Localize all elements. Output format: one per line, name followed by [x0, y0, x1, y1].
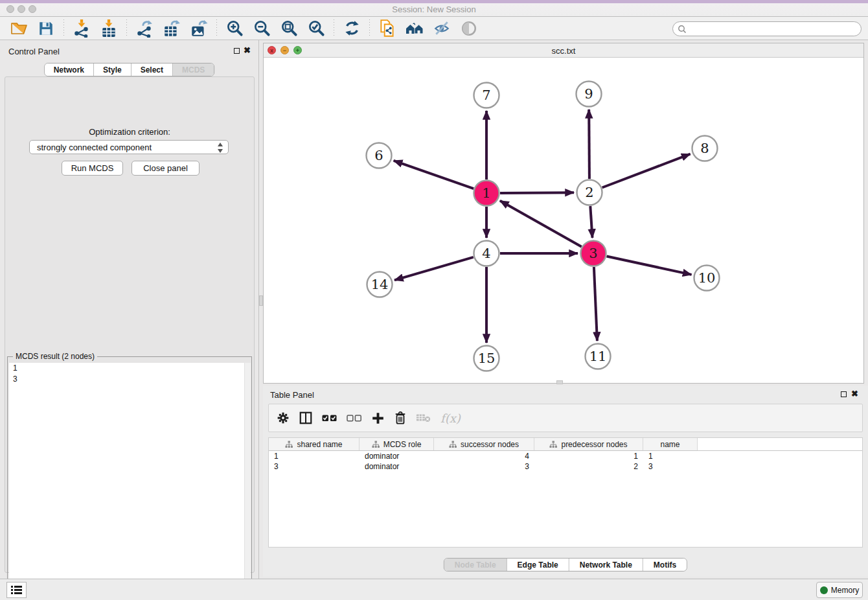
delete-column-icon[interactable] — [394, 411, 407, 425]
hide-selected-icon[interactable] — [432, 19, 451, 38]
refresh-layout-icon[interactable] — [342, 19, 361, 38]
app-titlebar: Session: New Session — [0, 0, 868, 17]
tab-network-table[interactable]: Network Table — [569, 559, 643, 571]
node-9[interactable]: 9 — [577, 82, 602, 107]
criterion-select[interactable]: strongly connected component — [29, 140, 229, 154]
export-table-icon[interactable] — [162, 19, 181, 38]
edge-1-2[interactable] — [500, 192, 574, 193]
table-tabs: Node TableEdge TableNetwork TableMotifs — [444, 558, 687, 571]
network-canvas[interactable]: 7968124314101511 — [264, 58, 863, 383]
node-6[interactable]: 6 — [367, 143, 392, 168]
node-4[interactable]: 4 — [474, 241, 499, 266]
tab-mcds[interactable]: MCDS — [173, 63, 214, 76]
tab-style[interactable]: Style — [94, 63, 131, 76]
node-15[interactable]: 15 — [474, 346, 499, 371]
svg-text:7: 7 — [482, 87, 490, 103]
mcds-pane: Optimization criterion: strongly connect… — [5, 76, 255, 573]
close-table-panel-icon[interactable]: ✖ — [851, 389, 858, 398]
tab-edge-table[interactable]: Edge Table — [507, 559, 569, 571]
node-10[interactable]: 10 — [694, 266, 720, 291]
table-cell[interactable]: dominator — [360, 461, 434, 472]
column-header-MCDS-role[interactable]: MCDS role — [360, 438, 434, 450]
column-header-successor-nodes[interactable]: successor nodes — [434, 438, 534, 450]
zoom-selected-icon[interactable] — [306, 19, 326, 38]
mcds-result-text[interactable]: 13 — [9, 363, 251, 600]
table-cell[interactable]: 3 — [269, 461, 360, 472]
column-header-name[interactable]: name — [643, 438, 698, 450]
svg-text:9: 9 — [584, 86, 593, 102]
table-header-row: shared nameMCDS rolesuccessor nodesprede… — [269, 438, 862, 451]
criterion-value: strongly connected component — [37, 143, 152, 152]
svg-text:15: 15 — [478, 351, 496, 366]
import-network-icon[interactable] — [72, 19, 91, 38]
close-panel-icon[interactable]: ✖ — [244, 45, 251, 55]
tab-motifs[interactable]: Motifs — [643, 559, 687, 571]
zoom-fit-icon[interactable] — [279, 19, 299, 38]
control-panel-title: Control Panel — [8, 47, 60, 56]
float-table-panel-icon[interactable] — [841, 391, 847, 397]
close-panel-button[interactable]: Close panel — [131, 161, 200, 176]
duplicate-network-icon[interactable] — [378, 19, 397, 38]
result-scrollbar[interactable] — [244, 363, 251, 600]
svg-text:11: 11 — [589, 349, 607, 364]
edge-3-11[interactable] — [594, 267, 597, 341]
save-session-icon[interactable] — [36, 19, 56, 38]
edge-3-10[interactable] — [607, 257, 692, 275]
tab-node-table[interactable]: Node Table — [444, 559, 507, 571]
edge-1-6[interactable] — [394, 161, 474, 189]
edge-2-3[interactable] — [590, 206, 592, 238]
table-cell[interactable]: dominator — [360, 451, 434, 461]
task-history-button[interactable] — [6, 582, 27, 598]
zoom-out-icon[interactable] — [252, 19, 271, 38]
unselect-all-columns-icon[interactable] — [347, 413, 362, 422]
table-cell[interactable]: 1 — [534, 451, 643, 461]
memory-button[interactable]: Memory — [816, 582, 863, 598]
edge-3-1[interactable] — [500, 201, 582, 247]
svg-text:10: 10 — [698, 270, 716, 286]
column-header-shared-name[interactable]: shared name — [269, 438, 360, 450]
column-header-predecessor-nodes[interactable]: predecessor nodes — [534, 438, 643, 450]
open-session-icon[interactable] — [9, 19, 29, 38]
node-14[interactable]: 14 — [367, 272, 393, 297]
edge-2-8[interactable] — [602, 154, 691, 188]
table-settings-gear-icon[interactable] — [277, 411, 290, 424]
edge-4-14[interactable] — [394, 257, 474, 280]
first-neighbors-icon[interactable] — [405, 19, 424, 38]
search-input[interactable] — [687, 23, 861, 35]
result-line: 1 — [9, 363, 251, 374]
table-cell[interactable]: 4 — [434, 451, 534, 461]
float-panel-icon[interactable] — [234, 48, 240, 54]
node-2[interactable]: 2 — [577, 180, 602, 205]
select-all-columns-icon[interactable] — [322, 413, 337, 422]
show-all-icon[interactable] — [459, 19, 479, 38]
import-table-icon[interactable] — [99, 19, 119, 38]
zoom-in-icon[interactable] — [225, 19, 244, 38]
canvas-scroll-handle[interactable] — [556, 380, 563, 384]
table-panel-title: Table Panel — [270, 390, 314, 400]
network-window-titlebar[interactable]: x − + scc.txt — [264, 43, 863, 58]
node-11[interactable]: 11 — [586, 344, 611, 369]
node-8[interactable]: 8 — [692, 136, 718, 161]
tab-network[interactable]: Network — [45, 63, 94, 76]
table-cell[interactable]: 3 — [643, 461, 698, 472]
table-row[interactable]: 1dominator411 — [269, 451, 862, 461]
table-cell[interactable]: 1 — [269, 451, 360, 461]
table-body: 1dominator4113dominator323 — [269, 451, 862, 472]
table-row[interactable]: 3dominator323 — [269, 461, 862, 472]
export-image-icon[interactable] — [189, 19, 209, 38]
toolbar-separator — [334, 19, 334, 38]
tab-select[interactable]: Select — [131, 63, 173, 76]
run-mcds-button[interactable]: Run MCDS — [62, 161, 123, 176]
node-1[interactable]: 1 — [474, 181, 499, 206]
node-7[interactable]: 7 — [474, 83, 499, 108]
node-3[interactable]: 3 — [581, 241, 606, 266]
export-network-icon[interactable] — [135, 19, 154, 38]
search-box[interactable] — [672, 21, 862, 36]
edge-2-9[interactable] — [589, 110, 589, 179]
column-layout-icon[interactable] — [299, 411, 313, 425]
table-cell[interactable]: 1 — [643, 451, 698, 461]
table-cell[interactable]: 2 — [534, 461, 643, 472]
add-column-icon[interactable] — [371, 411, 385, 425]
table-cell[interactable]: 3 — [434, 461, 534, 472]
split-divider-handle[interactable] — [259, 295, 263, 306]
